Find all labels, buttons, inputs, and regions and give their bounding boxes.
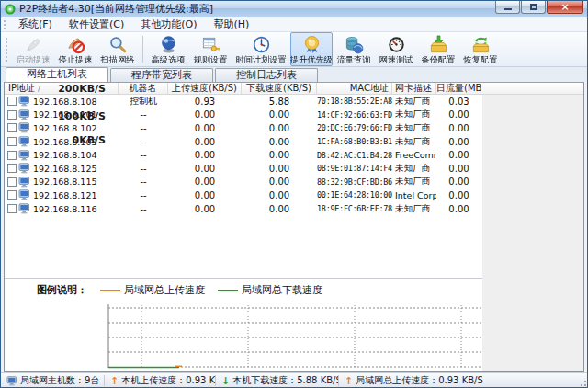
tab-network-host-list[interactable]: 网络主机列表: [6, 67, 108, 82]
toolbar-button-label: 规则设置: [194, 54, 228, 63]
status-local-download: ↓ 本机下载速度：5.88 KB/S: [216, 374, 338, 387]
toolbar-button-clock[interactable]: 时间计划设置: [232, 32, 290, 66]
computer-icon: [18, 189, 30, 200]
computer-icon: [18, 203, 30, 214]
menu-item-help[interactable]: 帮助(H): [205, 17, 257, 31]
toolbar-button-label: 恢复配置: [464, 54, 498, 63]
toolbar-button-database[interactable]: 流量查询: [333, 32, 375, 66]
legend-upload-label: 局域网总上传速度: [124, 283, 205, 297]
ip-address: 192.168.8.121: [33, 190, 97, 200]
window-controls: ×: [494, 1, 583, 14]
toolbar-button-globe-options[interactable]: 高级选项: [147, 32, 189, 66]
speedometer-icon: [387, 35, 406, 54]
cell-download-speed: 0.00: [242, 190, 317, 200]
download-series-swatch: [218, 290, 238, 291]
toolbar-button-label: 扫描网络: [101, 54, 135, 63]
menu-item-system[interactable]: 系统(F): [10, 17, 61, 31]
menu-bar: 系统(F) 软件设置(C) 其他功能(O) 帮助(H): [1, 17, 587, 32]
resize-grip[interactable]: [578, 378, 587, 387]
ip-address: 192.168.8.125: [33, 164, 97, 174]
menu-item-software-settings[interactable]: 软件设置(C): [61, 17, 132, 31]
empty-area: [482, 95, 583, 371]
cell-ip: 192.168.8.125: [5, 163, 119, 174]
cell-download-speed: 5.88: [242, 97, 317, 107]
host-checkbox[interactable]: [7, 151, 17, 160]
computer-icon: [18, 122, 30, 133]
minimize-button[interactable]: [495, 1, 520, 14]
toolbar-button-restore-box[interactable]: 恢复配置: [459, 32, 502, 66]
toolbar-button-stop-rocket[interactable]: 停止提速: [54, 32, 96, 66]
tab-program-bandwidth-list[interactable]: 程序带宽列表: [110, 68, 213, 82]
stop-rocket-icon: [66, 35, 85, 54]
rocket-icon: [24, 35, 43, 54]
cell-download-speed: 0.00: [242, 177, 317, 187]
toolbar-button-label: 时间计划设置: [235, 54, 286, 63]
menu-item-other-functions[interactable]: 其他功能(O): [132, 17, 205, 31]
clock-icon: [252, 35, 271, 54]
toolbar-button-magnifier[interactable]: 扫描网络: [96, 32, 139, 66]
host-checkbox[interactable]: [7, 177, 17, 187]
host-checkbox[interactable]: [7, 123, 17, 132]
tab-control-log-list[interactable]: 控制日志列表: [215, 68, 318, 82]
host-checkbox[interactable]: [7, 190, 17, 200]
toolbar-button-speedometer[interactable]: 网速测试: [375, 32, 417, 66]
y-axis-label-0: 0KB/S: [6, 135, 106, 146]
cell-mac: 70:18:8B:55:2E:A8: [317, 97, 392, 106]
cell-download-speed: 0.00: [242, 109, 317, 120]
cell-daily-traffic: 0.00: [436, 137, 481, 147]
up-arrow-icon: ↑: [345, 375, 353, 387]
cell-hostname: --: [119, 190, 168, 200]
cell-upload-speed: 0.00: [168, 150, 242, 160]
host-checkbox[interactable]: [7, 204, 17, 213]
ip-address: 192.168.8.102: [33, 123, 97, 133]
column-header-download-speed[interactable]: 下载速度(KB/S): [242, 83, 317, 94]
column-header-mac[interactable]: MAC地址: [317, 83, 392, 94]
column-header-hostname[interactable]: 机器名: [119, 83, 168, 94]
toolbar-button-label: 高级选项: [152, 54, 186, 63]
cell-download-speed: 0.00: [242, 137, 317, 147]
status-bar: 局域网主机数：9台 ↑ 本机上传速度：0.93 KB/S ↓ 本机下载速度：5.…: [1, 372, 587, 388]
ip-address: 192.168.8.115: [33, 177, 97, 187]
cell-upload-speed: 0.93: [168, 97, 242, 107]
toolbar-button-rules-key[interactable]: 规则设置: [189, 32, 232, 66]
cell-download-speed: 0.00: [242, 164, 317, 174]
upload-series-swatch: [100, 290, 120, 291]
cell-mac: 18:9E:FC:6B:EF:78: [317, 204, 392, 213]
app-window: P2P终结者4.30[当前网络管理优先级:最高] × 系统(F) 软件设置(C)…: [0, 0, 588, 388]
status-lan-total-upload: ↑ 局域网总上传速度：0.93 KB/S: [339, 374, 587, 387]
column-header-nic-description[interactable]: 网卡描述: [392, 83, 436, 94]
cell-ip: 192.168.8.121: [5, 189, 119, 200]
cell-mac: 00:1E:64:28:10:00: [317, 190, 392, 200]
column-header-upload-speed[interactable]: 上传速度(KB/S): [168, 83, 242, 94]
cell-hostname: --: [119, 137, 168, 147]
cell-ip: 192.168.8.108: [5, 96, 119, 107]
cell-mac: 20:DC:E6:79:66:FD: [317, 123, 392, 132]
cell-upload-speed: 0.00: [168, 123, 242, 133]
magnifier-icon: [108, 35, 128, 54]
column-header-daily-traffic[interactable]: 日流量(MB): [436, 83, 481, 94]
toolbar-button-medal[interactable]: 提升优先级: [290, 32, 333, 66]
globe-options-icon: [159, 35, 178, 54]
close-icon: ×: [560, 1, 569, 13]
ip-address: 192.168.8.108: [33, 97, 97, 107]
legend-caption: 图例说明：: [37, 283, 87, 297]
cell-hostname: --: [119, 150, 168, 160]
cell-nic-description: FreeComm D...: [392, 150, 436, 160]
restore-box-icon: [471, 35, 491, 54]
toolbar-button-label: 提升优先级: [290, 54, 333, 63]
ip-address: 192.168.8.104: [33, 150, 97, 160]
cell-daily-traffic: 0.00: [436, 164, 481, 174]
toolbar-button-backup-box[interactable]: 备份配置: [417, 32, 459, 66]
cell-nic-description: 未知厂商: [392, 122, 436, 134]
maximize-button[interactable]: [521, 1, 546, 14]
cell-download-speed: 0.00: [242, 123, 317, 133]
computer-icon: [18, 150, 30, 161]
cell-hostname: --: [119, 123, 168, 133]
close-button[interactable]: ×: [547, 1, 583, 14]
host-checkbox[interactable]: [7, 164, 17, 173]
cell-mac: 88:32:9B:CF:BD:B6: [317, 177, 392, 187]
status-host-count: 局域网主机数：9台: [1, 374, 104, 387]
host-checkbox[interactable]: [7, 97, 17, 106]
cell-daily-traffic: 0.00: [436, 150, 481, 160]
cell-nic-description: 未知厂商: [392, 108, 436, 120]
